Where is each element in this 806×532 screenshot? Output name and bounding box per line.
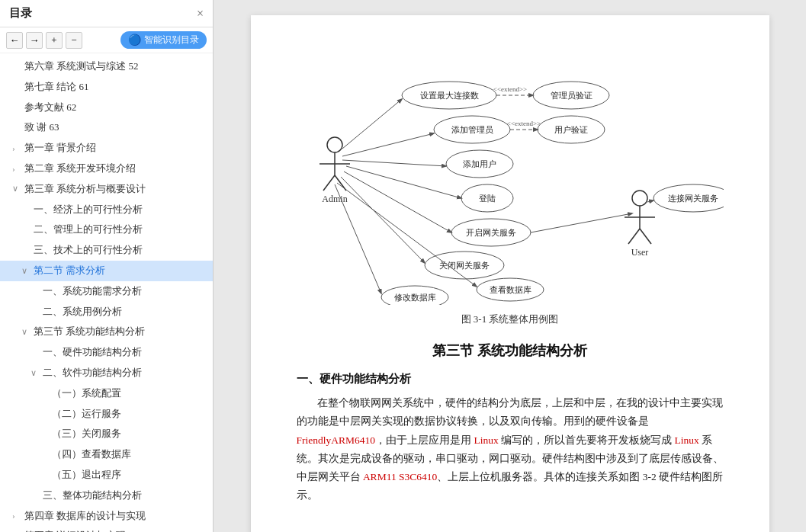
highlight-linux2: Linux — [674, 434, 698, 446]
toc-item-label: 第三章 系统分析与概要设计 — [24, 181, 146, 197]
toc-item[interactable]: ›第二章 系统开发环境介绍 — [0, 159, 213, 179]
svg-line-47 — [531, 213, 632, 232]
svg-text:设置最大连接数: 设置最大连接数 — [419, 91, 478, 100]
toc-item[interactable]: ›第五章 详细设计与实现 — [0, 526, 213, 532]
svg-text:添加用户: 添加用户 — [463, 159, 496, 168]
toc-item[interactable]: 参考文献 62 — [0, 98, 213, 118]
svg-text:修改数据库: 修改数据库 — [393, 293, 435, 302]
svg-line-9 — [628, 229, 640, 244]
toc-item[interactable]: （一）系统配置 — [0, 383, 213, 404]
collapse-button[interactable]: − — [66, 32, 82, 49]
toc-item-label: 第一章 背景介绍 — [24, 140, 96, 156]
toc-item-label: 第二章 系统开发环境介绍 — [24, 161, 136, 177]
svg-text:用户验证: 用户验证 — [554, 125, 588, 134]
toc-item[interactable]: （三）关闭服务 — [0, 424, 213, 444]
toc-item-label: 第二节 需求分析 — [34, 263, 105, 279]
toc-item-label: 二、管理上的可行性分析 — [34, 222, 143, 238]
toc-item[interactable]: ›第四章 数据库的设计与实现 — [0, 506, 213, 527]
diagram-caption: 图 3-1 系统整体用例图 — [461, 312, 559, 326]
toc-item-label: （二）运行服务 — [52, 406, 121, 422]
svg-text:<<extend>>: <<extend>> — [493, 85, 526, 93]
use-case-diagram: Admin User 设置最大连接数 管理员验证 — [297, 46, 724, 305]
smart-icon: 🔵 — [128, 34, 141, 46]
toc-item[interactable]: （二）运行服务 — [0, 404, 213, 425]
svg-text:Admin: Admin — [322, 194, 347, 204]
toc-item-label: （四）查看数据库 — [52, 447, 131, 463]
sidebar-header: 目录 × — [0, 0, 213, 27]
toc-item-label: 参考文献 62 — [24, 100, 76, 116]
toc-item-label: 二、软件功能结构分析 — [43, 365, 142, 381]
user-actor: User — [625, 191, 655, 258]
toc-item-label: 三、整体功能结构分析 — [43, 488, 142, 504]
toc-item-label: （一）系统配置 — [52, 386, 121, 402]
svg-text:登陆: 登陆 — [479, 194, 496, 203]
toc-expand-icon: ∨ — [31, 367, 40, 380]
expand-button[interactable]: + — [46, 32, 63, 49]
toc-item[interactable]: （四）查看数据库 — [0, 444, 213, 465]
forward-button[interactable]: → — [26, 32, 43, 49]
toc-expand-icon: › — [12, 509, 21, 523]
svg-line-10 — [640, 229, 651, 244]
svg-line-36 — [342, 160, 446, 166]
svg-text:开启网关服务: 开启网关服务 — [466, 228, 516, 237]
toc-item[interactable]: 三、整体功能结构分析 — [0, 486, 213, 506]
section-title: 第三节 系统功能结构分析 — [297, 341, 724, 360]
svg-point-0 — [327, 137, 342, 152]
svg-line-41 — [335, 184, 381, 293]
close-icon[interactable]: × — [197, 7, 204, 21]
toc-item-label: 致 谢 63 — [24, 120, 59, 136]
page: Admin User 设置最大连接数 管理员验证 — [251, 15, 769, 532]
svg-point-6 — [632, 191, 647, 206]
smart-toc-button[interactable]: 🔵 智能识别目录 — [120, 31, 207, 49]
hardware-paragraph: 在整个物联网网关系统中，硬件的结构分为底层，上层和中层，在我的设计中主要实现的功… — [297, 394, 724, 505]
toc-item-label: 一、硬件功能结构分析 — [43, 345, 142, 361]
svg-line-3 — [323, 175, 335, 191]
toc-item-label: （五）退出程序 — [52, 467, 121, 483]
svg-text:连接网关服务: 连接网关服务 — [668, 194, 718, 203]
svg-text:关闭网关服务: 关闭网关服务 — [439, 261, 490, 270]
highlight-arm6410: FriendlyARM6410 — [297, 434, 376, 446]
toc-item[interactable]: ›第一章 背景介绍 — [0, 138, 213, 159]
toc-item-label: 第四章 数据库的设计与实现 — [24, 508, 146, 524]
svg-line-34 — [342, 99, 402, 149]
toc-item[interactable]: 二、系统用例分析 — [0, 302, 213, 322]
highlight-linux1: Linux — [474, 434, 498, 446]
toc-item[interactable]: ∨第三章 系统分析与概要设计 — [0, 179, 213, 200]
sidebar-toolbar: ← → + − 🔵 智能识别目录 — [0, 27, 213, 53]
toc-item[interactable]: ∨第二节 需求分析 — [0, 261, 213, 281]
svg-line-46 — [647, 200, 653, 202]
toc-item[interactable]: 一、硬件功能结构分析 — [0, 342, 213, 363]
svg-text:添加管理员: 添加管理员 — [451, 125, 493, 134]
toc-item[interactable]: 第六章 系统测试与综述 52 — [0, 56, 213, 77]
toc-item[interactable]: 一、经济上的可行性分析 — [0, 200, 213, 220]
toc-item[interactable]: 三、技术上的可行性分析 — [0, 240, 213, 261]
toc-item-label: （三）关闭服务 — [52, 426, 121, 442]
sub-title-hardware: 一、硬件功能结构分析 — [297, 372, 724, 386]
toc-item-label: 第六章 系统测试与综述 52 — [24, 59, 139, 75]
toc-item[interactable]: 致 谢 63 — [0, 117, 213, 138]
toc-item[interactable]: ∨第三节 系统功能结构分析 — [0, 322, 213, 342]
diagram-container: Admin User 设置最大连接数 管理员验证 — [297, 46, 724, 326]
svg-text:<<extend>>: <<extend>> — [506, 120, 540, 127]
toc-item-label: 第七章 结论 61 — [24, 79, 89, 95]
svg-text:管理员验证: 管理员验证 — [550, 91, 592, 100]
toc-expand-icon: › — [12, 142, 21, 155]
toc-item-label: 一、经济上的可行性分析 — [34, 202, 143, 218]
toc-item[interactable]: ∨二、软件功能结构分析 — [0, 363, 213, 383]
admin-actor: Admin — [320, 137, 350, 204]
toc-item[interactable]: 一、系统功能需求分析 — [0, 281, 213, 302]
highlight-arm11: ARM11 S3C6410 — [363, 471, 437, 482]
toc-expand-icon: › — [12, 162, 21, 176]
toc-item-label: 第五章 详细设计与实现 — [24, 528, 126, 532]
toc-expand-icon: ∨ — [12, 182, 21, 196]
sidebar-title: 目录 — [9, 6, 32, 21]
toc-expand-icon: ∨ — [21, 325, 31, 339]
svg-text:User: User — [631, 247, 648, 258]
toc-item[interactable]: 第七章 结论 61 — [0, 77, 213, 98]
toc-item-label: 第三节 系统功能结构分析 — [34, 324, 145, 340]
back-button[interactable]: ← — [6, 32, 23, 49]
toc-item[interactable]: 二、管理上的可行性分析 — [0, 220, 213, 240]
toc-expand-icon: ∨ — [21, 264, 31, 278]
sidebar: 目录 × ← → + − 🔵 智能识别目录 第六章 系统测试与综述 52第七章 … — [0, 0, 214, 532]
toc-item[interactable]: （五）退出程序 — [0, 465, 213, 486]
